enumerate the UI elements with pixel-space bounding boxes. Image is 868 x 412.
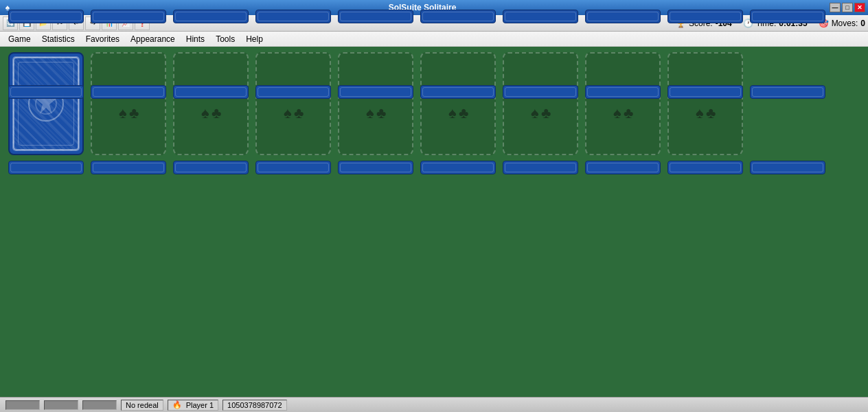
menu-tools[interactable]: Tools: [210, 33, 240, 45]
maximize-button[interactable]: □: [842, 3, 853, 12]
player-name: Player 1: [186, 401, 214, 409]
foundation-slot-3[interactable]: ♥ ♣ ♠ ♣: [255, 52, 331, 155]
menu-appearance[interactable]: Appearance: [125, 33, 181, 45]
foundation-slot-4[interactable]: ♥ ♣ ♠ ♣: [338, 52, 413, 155]
game-id-text: 1050378987072: [227, 401, 282, 409]
foundation-slot-2[interactable]: ♥ ♣ ♠ ♣: [173, 52, 249, 155]
moves-value: 0: [860, 19, 865, 28]
foundation-slot-1[interactable]: ♥ ♣ ♠ ♣: [91, 52, 166, 155]
deck[interactable]: [8, 52, 84, 155]
menu-favorites[interactable]: Favorites: [80, 33, 125, 45]
flame-icon: 🔥: [172, 400, 182, 409]
close-button[interactable]: ✕: [854, 3, 865, 12]
foundation-row: ♥ ♣ ♠ ♣ ♥ ♣ ♠ ♣ ♥ ♣ ♠ ♣ ♥: [8, 52, 860, 155]
player-status: 🔥 Player 1: [168, 400, 218, 411]
foundation-slot-5[interactable]: ♥ ♣ ♠ ♣: [420, 52, 496, 155]
menubar: Game Statistics Favorites Appearance Hin…: [0, 32, 868, 47]
window-controls: — □ ✕: [830, 3, 865, 12]
foundation-slot-6[interactable]: ♥ ♣ ♠ ♣: [503, 52, 578, 155]
foundation-slot-8[interactable]: ♥ ♣ ♠ ♣: [667, 52, 743, 155]
game-id-status: 1050378987072: [222, 400, 287, 411]
game-area: ♥ ♣ ♠ ♣ ♥ ♣ ♠ ♣ ♥ ♣ ♠ ♣ ♥: [0, 47, 868, 397]
minimize-button[interactable]: —: [830, 3, 841, 12]
menu-game[interactable]: Game: [3, 33, 36, 45]
statusbar: No redeal 🔥 Player 1 1050378987072: [0, 397, 868, 412]
menu-statistics[interactable]: Statistics: [36, 33, 80, 45]
menu-hints[interactable]: Hints: [181, 33, 210, 45]
no-redeal-status: No redeal: [121, 400, 163, 411]
menu-help[interactable]: Help: [240, 33, 269, 45]
foundation-slot-7[interactable]: ♥ ♣ ♠ ♣: [585, 52, 661, 155]
moves-label: Moves:: [832, 19, 858, 28]
no-redeal-text: No redeal: [126, 401, 159, 409]
